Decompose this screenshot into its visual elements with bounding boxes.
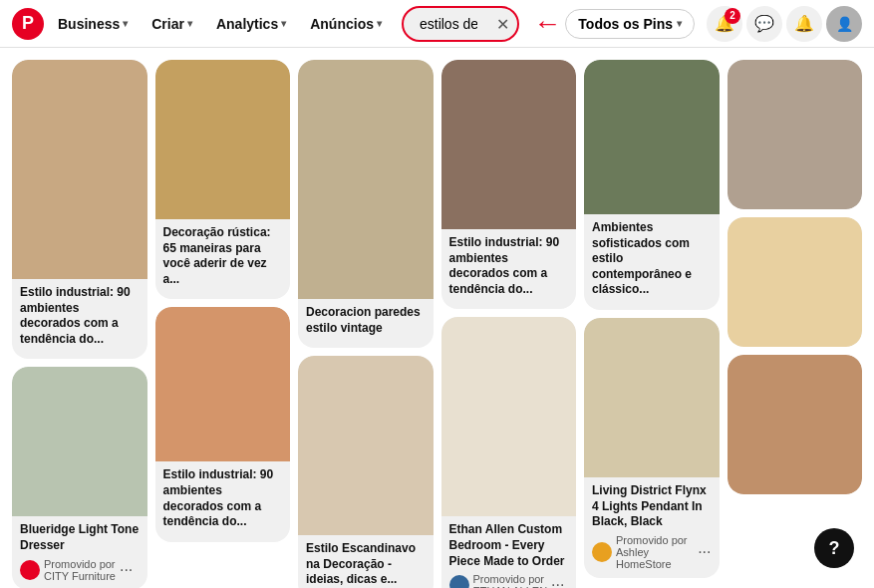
- help-button[interactable]: ?: [814, 528, 854, 568]
- pin-card[interactable]: Estilo industrial: 90 ambientes decorado…: [441, 60, 577, 309]
- pin-card[interactable]: Ambientes sofisticados com estilo contem…: [584, 60, 720, 310]
- pin-title: Estilo industrial: 90 ambientes decorado…: [20, 285, 140, 347]
- pin-card[interactable]: Estilo Escandinavo na Decoração - ideias…: [298, 356, 434, 588]
- user-avatar[interactable]: 👤: [826, 6, 862, 42]
- pin-source-avatar: [449, 575, 469, 588]
- pin-title: Decoracion paredes estilo vintage: [306, 305, 426, 336]
- pin-more-button[interactable]: ···: [551, 576, 564, 588]
- pin-image: [441, 317, 577, 516]
- pin-title: Blueridge Light Tone Dresser: [20, 522, 140, 553]
- pin-card[interactable]: Blueridge Light Tone DresserPromovido po…: [12, 367, 147, 588]
- pin-card[interactable]: [728, 60, 863, 209]
- pin-image: [155, 307, 291, 461]
- pin-info: Ethan Allen Custom Bedroom - Every Piece…: [441, 516, 577, 588]
- pin-title: Living District Flynx 4 Lights Pendant I…: [592, 483, 712, 530]
- top-navbar: P Business ▾ Criar ▾ Analytics ▾ Anúncio…: [0, 0, 874, 48]
- pin-info: Estilo industrial: 90 ambientes decorado…: [12, 279, 147, 359]
- chevron-down-icon: ▾: [281, 18, 286, 29]
- pin-title: Estilo industrial: 90 ambientes decorado…: [449, 235, 569, 297]
- promoted-label: Promovido por: [473, 573, 548, 585]
- pin-info: Living District Flynx 4 Lights Pendant I…: [584, 477, 720, 578]
- pin-info: Estilo Escandinavo na Decoração - ideias…: [298, 535, 434, 588]
- pin-image: [728, 217, 863, 347]
- nav-analytics[interactable]: Analytics ▾: [206, 10, 296, 38]
- pin-title: Estilo industrial: 90 ambientes decorado…: [163, 467, 283, 529]
- nav-criar[interactable]: Criar ▾: [142, 10, 202, 38]
- pin-image: [298, 60, 434, 299]
- pins-grid: Estilo industrial: 90 ambientes decorado…: [0, 48, 874, 588]
- pin-info: Ambientes sofisticados com estilo contem…: [584, 214, 720, 310]
- pin-title: Ambientes sofisticados com estilo contem…: [592, 220, 712, 298]
- pin-info: Estilo industrial: 90 ambientes decorado…: [155, 461, 291, 541]
- chevron-down-icon: ▾: [677, 18, 682, 29]
- pin-meta: Promovido porAshley HomeStore···: [592, 534, 712, 570]
- notification-badge: 2: [725, 8, 740, 24]
- pin-more-button[interactable]: ···: [698, 543, 711, 561]
- red-arrow-indicator: ←: [533, 8, 561, 40]
- pin-source-avatar: [592, 542, 612, 562]
- pin-meta: Promovido porETHAN ALLEN···: [449, 573, 569, 588]
- source-name: Ashley HomeStore: [616, 546, 694, 570]
- pin-image: [441, 60, 577, 229]
- pin-source-name: Promovido porAshley HomeStore: [616, 534, 694, 570]
- pin-image: [728, 60, 863, 209]
- pin-info: Decoracion paredes estilo vintage: [298, 299, 434, 348]
- pin-image: [728, 355, 863, 494]
- pin-title: Estilo Escandinavo na Decoração - ideias…: [306, 541, 426, 588]
- pin-title: Ethan Allen Custom Bedroom - Every Piece…: [449, 522, 569, 569]
- notifications-button[interactable]: 🔔 2: [707, 6, 742, 42]
- pin-image: [12, 367, 147, 516]
- pin-card[interactable]: [728, 355, 863, 494]
- pin-source-avatar: [20, 560, 40, 580]
- pin-card[interactable]: Ethan Allen Custom Bedroom - Every Piece…: [441, 317, 577, 588]
- pin-info: Decoração rústica: 65 maneiras para você…: [155, 219, 291, 299]
- pinterest-logo[interactable]: P: [12, 8, 44, 40]
- search-container: ✕: [402, 6, 519, 42]
- pin-info: Blueridge Light Tone DresserPromovido po…: [12, 516, 147, 588]
- pin-image: [298, 356, 434, 535]
- pin-info: Estilo industrial: 90 ambientes decorado…: [441, 229, 577, 309]
- pin-image: [12, 60, 147, 279]
- pin-image: [584, 318, 720, 477]
- messages-button[interactable]: 💬: [746, 6, 782, 42]
- chevron-down-icon: ▾: [377, 18, 382, 29]
- pin-title: Decoração rústica: 65 maneiras para você…: [163, 225, 283, 287]
- chevron-down-icon: ▾: [187, 18, 192, 29]
- promoted-label: Promovido por: [616, 534, 694, 546]
- promoted-label: Promovido por: [44, 558, 116, 570]
- chevron-down-icon: ▾: [123, 18, 128, 29]
- source-name: CITY Furniture: [44, 570, 116, 582]
- nav-anuncios[interactable]: Anúncios ▾: [300, 10, 392, 38]
- pin-card[interactable]: [728, 217, 863, 347]
- pin-meta: Promovido porCITY Furniture···: [20, 558, 140, 582]
- pin-more-button[interactable]: ···: [120, 561, 133, 579]
- pin-image: [584, 60, 720, 214]
- nav-business[interactable]: Business ▾: [48, 10, 138, 38]
- pin-source-name: Promovido porETHAN ALLEN: [473, 573, 548, 588]
- pin-source-name: Promovido porCITY Furniture: [44, 558, 116, 582]
- pin-image: [155, 60, 291, 219]
- search-clear-button[interactable]: ✕: [496, 14, 509, 33]
- pin-card[interactable]: Decoracion paredes estilo vintage: [298, 60, 434, 348]
- updates-button[interactable]: 🔔: [786, 6, 822, 42]
- header-icon-group: 🔔 2 💬 🔔 👤: [707, 6, 862, 42]
- pin-card[interactable]: Decoração rústica: 65 maneiras para você…: [155, 60, 291, 299]
- filter-dropdown[interactable]: Todos os Pins ▾: [565, 9, 695, 39]
- pin-card[interactable]: Estilo industrial: 90 ambientes decorado…: [12, 60, 147, 359]
- pin-card[interactable]: Estilo industrial: 90 ambientes decorado…: [155, 307, 291, 541]
- pin-card[interactable]: Living District Flynx 4 Lights Pendant I…: [584, 318, 720, 578]
